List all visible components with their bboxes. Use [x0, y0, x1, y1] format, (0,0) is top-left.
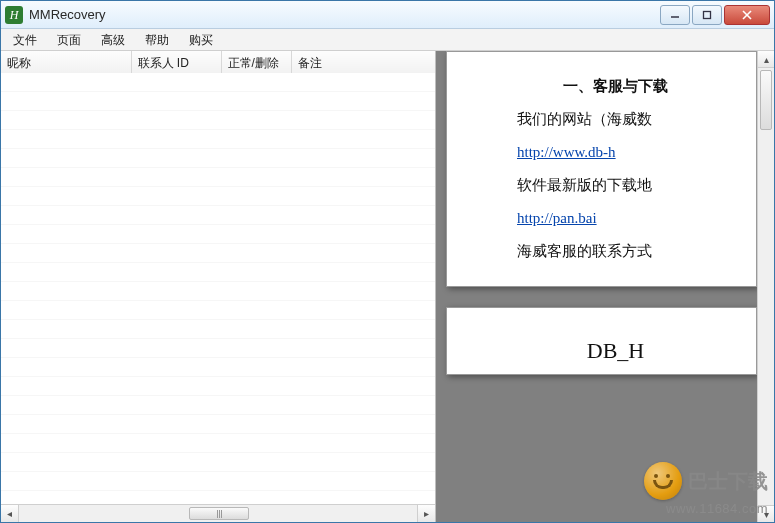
client-area: 昵称 联系人 ID 正常/删除 备注 ◂ ▸: [1, 51, 774, 522]
document-page-2: DB_H: [446, 307, 757, 375]
menu-advanced[interactable]: 高级: [91, 29, 135, 50]
vscroll-track[interactable]: [758, 68, 774, 505]
doc-link-1[interactable]: http://www.db-h: [517, 144, 616, 160]
doc-line-3: 海威客服的联系方式: [517, 235, 744, 268]
horizontal-scrollbar[interactable]: ◂ ▸: [1, 504, 435, 522]
minimize-button[interactable]: [660, 5, 690, 25]
app-icon: H: [5, 6, 23, 24]
titlebar[interactable]: H MMRecovery: [1, 1, 774, 29]
maximize-button[interactable]: [692, 5, 722, 25]
menu-file[interactable]: 文件: [3, 29, 47, 50]
vscroll-thumb[interactable]: [760, 70, 772, 130]
doc2-text: DB_H: [587, 338, 644, 363]
table-body-empty[interactable]: [1, 73, 435, 504]
doc-heading: 一、客服与下载: [487, 70, 744, 103]
menu-page[interactable]: 页面: [47, 29, 91, 50]
scroll-track[interactable]: [19, 505, 417, 522]
document-page-1: 一、客服与下载 我们的网站（海威数 http://www.db-h 软件最新版的…: [446, 51, 757, 287]
doc-line-1: 我们的网站（海威数: [517, 103, 744, 136]
scroll-thumb[interactable]: [189, 507, 249, 520]
close-button[interactable]: [724, 5, 770, 25]
app-window: H MMRecovery 文件 页面 高级 帮助 购买: [0, 0, 775, 523]
document-viewer[interactable]: 一、客服与下载 我们的网站（海威数 http://www.db-h 软件最新版的…: [436, 51, 757, 522]
right-pane: 一、客服与下载 我们的网站（海威数 http://www.db-h 软件最新版的…: [436, 51, 774, 522]
doc-line-2: 软件最新版的下载地: [517, 169, 744, 202]
window-controls: [660, 5, 770, 25]
doc-link-2[interactable]: http://pan.bai: [517, 210, 597, 226]
table-wrap: 昵称 联系人 ID 正常/删除 备注: [1, 51, 435, 504]
svg-rect-1: [704, 11, 711, 18]
scroll-right-arrow-icon[interactable]: ▸: [417, 505, 435, 522]
vertical-scrollbar[interactable]: ▴ ▾: [757, 51, 774, 522]
scroll-down-arrow-icon[interactable]: ▾: [758, 505, 774, 522]
scroll-up-arrow-icon[interactable]: ▴: [758, 51, 774, 68]
scroll-left-arrow-icon[interactable]: ◂: [1, 505, 19, 522]
menu-buy[interactable]: 购买: [179, 29, 223, 50]
menu-help[interactable]: 帮助: [135, 29, 179, 50]
window-title: MMRecovery: [29, 7, 660, 22]
left-pane: 昵称 联系人 ID 正常/删除 备注 ◂ ▸: [1, 51, 436, 522]
menubar: 文件 页面 高级 帮助 购买: [1, 29, 774, 51]
